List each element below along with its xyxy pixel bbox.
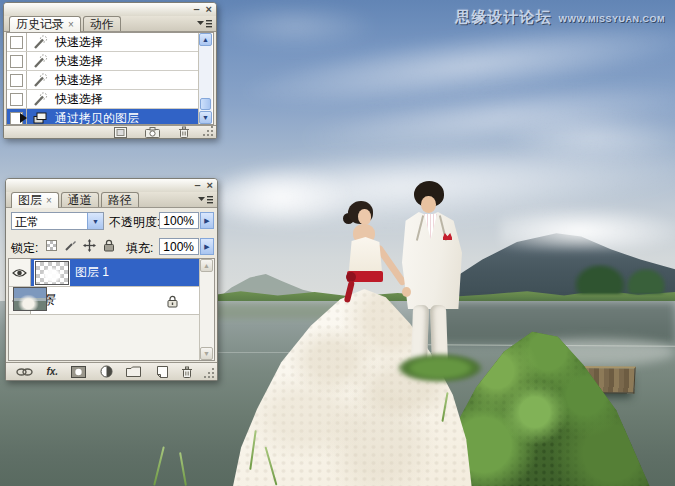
- history-state-row[interactable]: 快速选择: [7, 71, 199, 90]
- layer-row-background[interactable]: 背景: [9, 287, 200, 315]
- resize-grip[interactable]: [204, 367, 215, 378]
- add-layer-mask-icon[interactable]: [71, 366, 86, 378]
- new-document-from-state-icon[interactable]: [114, 127, 127, 138]
- lock-transparency-icon[interactable]: [44, 238, 59, 253]
- close-button[interactable]: ×: [206, 3, 212, 15]
- history-brush-source-box[interactable]: [10, 36, 23, 49]
- blend-mode-select[interactable]: 正常 ▼: [11, 212, 104, 230]
- panel-menu-icon[interactable]: [197, 194, 214, 206]
- new-group-folder-icon[interactable]: [126, 366, 141, 377]
- scroll-up-icon[interactable]: ▲: [199, 33, 212, 46]
- layer-via-copy-icon: [27, 111, 53, 125]
- new-snapshot-icon[interactable]: [145, 127, 160, 138]
- layers-list: 图层 1 背景 ▲ ▼: [8, 258, 215, 361]
- watermark-site-name: 思缘设计论坛: [456, 8, 552, 27]
- layer-locked-icon: [167, 294, 178, 312]
- layer-thumbnail-photo[interactable]: [13, 287, 47, 311]
- layer-thumbnail-transparent[interactable]: [35, 261, 69, 285]
- scroll-down-icon[interactable]: ▼: [199, 111, 212, 124]
- bride-face: [358, 209, 371, 225]
- history-brush-source-box[interactable]: [10, 74, 23, 87]
- screenshot: 思缘设计论坛 WWW.MISSYUAN.COM – × 历史记录 × 动作: [0, 0, 675, 486]
- history-panel-footer: [4, 125, 216, 138]
- link-layers-icon[interactable]: [16, 367, 33, 377]
- layers-scrollbar[interactable]: ▲ ▼: [199, 259, 213, 360]
- history-brush-source-box[interactable]: [10, 93, 23, 106]
- cloud-cumulus: [210, 168, 350, 226]
- tree-clump: [626, 268, 666, 294]
- layers-controls: 正常 ▼ 不透明度: 100% ▶ 锁定: 填充: 100% ▶: [6, 208, 217, 258]
- tab-actions[interactable]: 动作: [83, 16, 121, 31]
- layers-panel: – × 图层 × 通道 路径 正常 ▼ 不透明度:: [5, 178, 218, 381]
- quick-selection-icon: [27, 92, 53, 107]
- opacity-slider-arrow-icon[interactable]: ▶: [200, 212, 214, 229]
- fill-label: 填充:: [126, 240, 153, 257]
- fill-slider-arrow-icon[interactable]: ▶: [200, 238, 214, 255]
- delete-trash-icon[interactable]: [178, 126, 190, 138]
- tab-close-icon[interactable]: ×: [46, 195, 52, 206]
- quick-selection-icon: [27, 54, 53, 69]
- panel-menu-icon[interactable]: [196, 18, 213, 30]
- chevron-down-icon[interactable]: ▼: [87, 213, 103, 229]
- history-list: 快速选择 快速选择 快速选择: [6, 32, 214, 125]
- history-panel-titlebar[interactable]: – ×: [4, 3, 216, 16]
- tab-channels[interactable]: 通道: [61, 192, 99, 207]
- groom-face: [421, 196, 436, 213]
- history-state-row[interactable]: 快速选择: [7, 33, 199, 52]
- lock-all-icon[interactable]: [101, 238, 116, 253]
- mountain-cloud-cap: [500, 208, 675, 250]
- new-layer-icon[interactable]: [155, 366, 168, 378]
- eye-icon: [12, 268, 27, 278]
- adjustment-layer-icon[interactable]: [100, 365, 113, 378]
- lock-pixels-brush-icon[interactable]: [63, 238, 78, 253]
- groom-hand: [402, 287, 411, 297]
- history-panel-tabs: 历史记录 × 动作: [4, 16, 216, 32]
- quick-selection-icon: [27, 35, 53, 50]
- lock-label: 锁定:: [11, 240, 38, 257]
- close-button[interactable]: ×: [207, 179, 213, 191]
- history-scrollbar[interactable]: ▲ ▼: [198, 33, 212, 124]
- layer-row-layer1[interactable]: 图层 1: [9, 259, 200, 287]
- layers-panel-footer: fx.: [6, 362, 217, 380]
- history-brush-source-box[interactable]: [10, 55, 23, 68]
- lock-position-move-icon[interactable]: [82, 238, 97, 253]
- tab-paths[interactable]: 路径: [101, 192, 139, 207]
- scrollbar-thumb[interactable]: [200, 98, 211, 110]
- cloud-streak: [210, 4, 380, 48]
- fill-value-field[interactable]: 100%: [159, 238, 199, 255]
- watermark: 思缘设计论坛 WWW.MISSYUAN.COM: [456, 8, 666, 27]
- tab-layers[interactable]: 图层 ×: [11, 192, 59, 208]
- delete-trash-icon[interactable]: [181, 366, 193, 378]
- current-state-pointer-icon: [20, 113, 27, 123]
- scroll-down-icon[interactable]: ▼: [200, 347, 213, 360]
- history-state-row[interactable]: 快速选择: [7, 90, 199, 109]
- foreground-plants: [398, 354, 482, 382]
- layer-style-fx-icon[interactable]: fx.: [46, 366, 58, 377]
- layers-panel-tabs: 图层 × 通道 路径: [6, 192, 217, 208]
- visibility-toggle[interactable]: [9, 259, 31, 286]
- resize-grip[interactable]: [203, 125, 214, 136]
- tree-clump: [574, 264, 626, 294]
- quick-selection-icon: [27, 73, 53, 88]
- tab-close-icon[interactable]: ×: [68, 19, 74, 30]
- history-panel: – × 历史记录 × 动作 快速选: [3, 2, 217, 139]
- minimize-button[interactable]: –: [193, 3, 199, 15]
- opacity-label: 不透明度:: [109, 214, 160, 231]
- watermark-site-url: WWW.MISSYUAN.COM: [559, 14, 666, 24]
- minimize-button[interactable]: –: [194, 179, 200, 191]
- history-state-row-selected[interactable]: 通过拷贝的图层: [7, 109, 199, 125]
- scroll-up-icon[interactable]: ▲: [200, 259, 213, 272]
- layers-panel-titlebar[interactable]: – ×: [6, 179, 217, 192]
- opacity-value-field[interactable]: 100%: [159, 212, 199, 229]
- history-state-row[interactable]: 快速选择: [7, 52, 199, 71]
- tab-history[interactable]: 历史记录 ×: [9, 16, 81, 32]
